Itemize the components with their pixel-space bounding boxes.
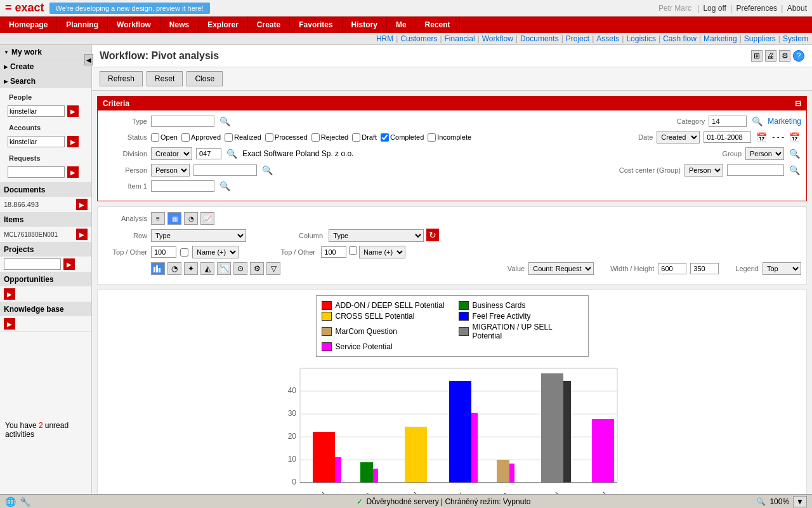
chart-type-scatter-icon[interactable]: ✦ (184, 262, 198, 275)
item1-search-icon[interactable]: 🔍 (218, 181, 232, 191)
nav-me[interactable]: Me (387, 17, 416, 33)
new-window-icon[interactable]: ⊞ (751, 50, 763, 62)
status-processed[interactable]: Processed (265, 133, 308, 142)
chart-type-donut-icon[interactable]: ⊙ (233, 262, 247, 275)
sidebar-items-arrow[interactable]: ▶ (76, 229, 88, 240)
type-search-icon[interactable]: 🔍 (218, 116, 232, 126)
secnav-customers[interactable]: Customers (400, 34, 437, 43)
sidebar-knowledgebase-arrow[interactable]: ▶ (4, 318, 15, 330)
sidebar-accounts-input[interactable] (8, 136, 65, 147)
date-from-calendar-icon[interactable]: 📅 (755, 132, 768, 142)
help-icon[interactable]: ? (793, 50, 804, 62)
topother-right-check[interactable] (349, 246, 357, 255)
secnav-suppliers[interactable]: Suppliers (744, 34, 776, 43)
marketing-link[interactable]: Marketing (768, 117, 801, 126)
row-select[interactable]: Type (151, 229, 246, 242)
pie-chart-icon[interactable]: ◔ (184, 212, 198, 225)
chart-type-gauge-icon[interactable]: ⚙ (250, 262, 264, 275)
sidebar-people-input[interactable] (8, 105, 65, 117)
bar-chart-icon[interactable]: ▦ (167, 212, 181, 225)
settings-icon[interactable]: ⚙ (779, 50, 790, 62)
column-action-icon[interactable]: ↻ (426, 229, 439, 241)
sidebar-collapse-button[interactable]: ◀ (84, 54, 93, 65)
status-rejected[interactable]: Rejected (311, 133, 348, 142)
refresh-button[interactable]: Refresh (100, 71, 143, 86)
category-input[interactable] (709, 116, 747, 127)
status-realized[interactable]: Realized (225, 133, 261, 142)
secnav-logistics[interactable]: Logistics (626, 34, 656, 43)
chart-type-pie-icon[interactable]: ◔ (167, 262, 181, 275)
date-from-input[interactable] (704, 131, 751, 143)
nav-workflow[interactable]: Workflow (108, 17, 160, 33)
line-chart-icon[interactable]: 📈 (200, 212, 214, 225)
value-select[interactable]: Count: Request (528, 262, 594, 275)
division-code-input[interactable] (196, 148, 221, 159)
topother-right-input[interactable] (321, 246, 346, 258)
secnav-hrm[interactable]: HRM (376, 34, 393, 43)
sidebar-documents-header[interactable]: Documents (0, 183, 91, 197)
costcenter-input[interactable] (727, 164, 784, 176)
nav-news[interactable]: News (160, 17, 199, 33)
secnav-marketing[interactable]: Marketing (704, 34, 737, 43)
zoom-dropdown[interactable]: ▼ (793, 496, 807, 507)
width-input[interactable] (658, 263, 686, 274)
sidebar-opportunities-header[interactable]: Opportunities (0, 272, 91, 286)
preferences-link[interactable]: Preferences (736, 4, 777, 13)
secnav-assets[interactable]: Assets (596, 34, 619, 43)
nav-create[interactable]: Create (248, 17, 290, 33)
sidebar-documents-arrow[interactable]: ▶ (76, 199, 88, 210)
sidebar-projects-input[interactable] (4, 258, 61, 270)
nav-recent[interactable]: Recent (416, 17, 460, 33)
print-icon[interactable]: 🖨 (765, 50, 776, 62)
secnav-documents[interactable]: Documents (520, 34, 559, 43)
chart-type-line-icon[interactable]: 📉 (217, 262, 231, 275)
chart-type-bar-icon[interactable] (151, 262, 165, 275)
division-search-icon[interactable]: 🔍 (225, 149, 239, 159)
group-select[interactable]: Person (745, 147, 784, 160)
type-input[interactable] (151, 116, 214, 127)
unread-count-link[interactable]: 2 (39, 421, 43, 430)
nav-explorer[interactable]: Explorer (199, 17, 248, 33)
secnav-financial[interactable]: Financial (445, 34, 475, 43)
about-link[interactable]: About (787, 4, 807, 13)
nav-history[interactable]: History (343, 17, 387, 33)
item1-input[interactable] (151, 180, 214, 192)
logoff-link[interactable]: Log off (703, 4, 726, 13)
sidebar-accounts-arrow[interactable]: ▶ (67, 136, 79, 147)
sidebar-requests-input[interactable] (8, 166, 65, 178)
nav-planning[interactable]: Planning (57, 17, 108, 33)
date-type-select[interactable]: Created Modified (657, 131, 700, 144)
sidebar-items-header[interactable]: Items (0, 213, 91, 227)
costcenter-search-icon[interactable]: 🔍 (788, 165, 801, 175)
chart-type-funnel-icon[interactable]: ▽ (266, 262, 280, 275)
secnav-cashflow[interactable]: Cash flow (663, 34, 697, 43)
topother-right-sort[interactable]: Name (+) (359, 246, 405, 258)
division-type-select[interactable]: Creator Division (151, 147, 192, 160)
criteria-collapse-icon[interactable]: ⊟ (795, 99, 801, 108)
sidebar-knowledgebase-header[interactable]: Knowledge base (0, 302, 91, 316)
secnav-workflow[interactable]: Workflow (482, 34, 513, 43)
status-draft[interactable]: Draft (352, 133, 377, 142)
costcenter-select[interactable]: Person (684, 164, 723, 177)
person-search-icon[interactable]: 🔍 (261, 165, 274, 175)
secnav-system[interactable]: System (783, 34, 808, 43)
sidebar-requests-arrow[interactable]: ▶ (67, 166, 79, 178)
status-completed[interactable]: Completed (381, 133, 424, 142)
person-input[interactable] (193, 164, 257, 176)
nav-favorites[interactable]: Favorites (290, 17, 342, 33)
topother-left-sort[interactable]: Name (+) Name (-) (192, 246, 239, 258)
dev-banner[interactable]: We're developing a new design, preview i… (49, 3, 210, 14)
sidebar-create-header[interactable]: ▶ Create (0, 60, 91, 74)
category-search-icon[interactable]: 🔍 (750, 116, 764, 126)
person-type-select[interactable]: Person (151, 164, 190, 177)
column-select[interactable]: Type (329, 229, 424, 242)
secnav-project[interactable]: Project (566, 34, 589, 43)
sidebar-projects-header[interactable]: Projects (0, 243, 91, 257)
topother-left-input[interactable] (151, 246, 176, 258)
status-approved[interactable]: Approved (181, 133, 221, 142)
sidebar-opportunities-arrow[interactable]: ▶ (4, 288, 15, 300)
height-input[interactable] (690, 263, 719, 274)
sidebar-mywork-header[interactable]: ▼ My work (0, 45, 91, 59)
sidebar-projects-arrow[interactable]: ▶ (63, 258, 75, 270)
sidebar-search-header[interactable]: ▶ Search (0, 74, 91, 88)
